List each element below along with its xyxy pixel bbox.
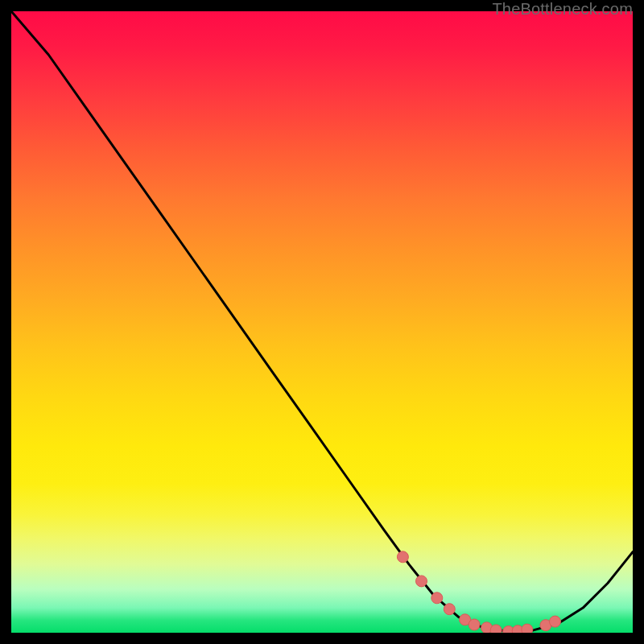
chart-frame [11, 11, 633, 633]
data-marker [397, 551, 408, 563]
data-marker [431, 592, 443, 604]
credit-label: TheBottleneck.com [492, 0, 633, 19]
data-marker [416, 576, 427, 587]
data-marker [469, 619, 480, 630]
data-marker [490, 625, 502, 633]
curve-layer [11, 11, 633, 633]
plot-area [11, 11, 633, 633]
bottleneck-curve [11, 11, 633, 632]
data-marker [522, 624, 533, 633]
data-marker [550, 616, 561, 627]
data-marker [444, 604, 455, 615]
